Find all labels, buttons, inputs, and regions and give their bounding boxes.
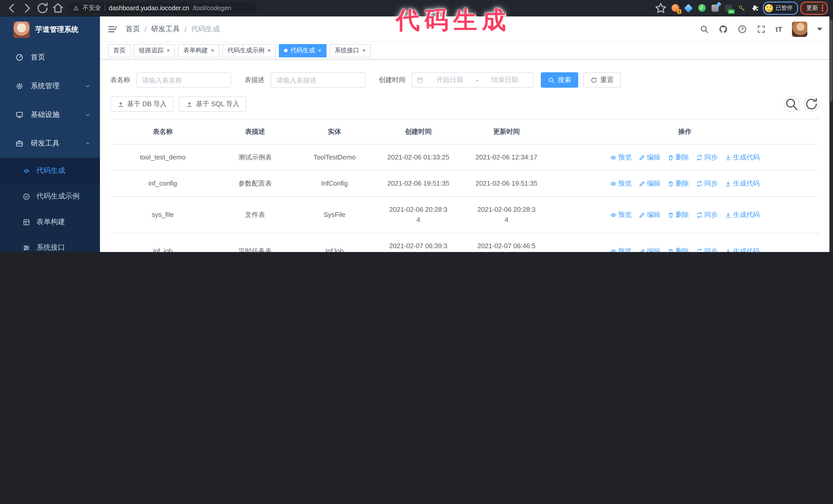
reload-icon[interactable]: [36, 1, 49, 15]
extension-orange-icon[interactable]: 1: [669, 2, 681, 14]
font-size-icon[interactable]: tT: [776, 25, 782, 33]
action-generate-link[interactable]: 生成代码: [725, 210, 760, 220]
action-delete-link[interactable]: 删除: [667, 152, 689, 163]
tab-view[interactable]: 表单构建×: [178, 44, 219, 57]
action-generate-link[interactable]: 生成代码: [725, 152, 760, 163]
sliders-icon: [23, 244, 30, 251]
browser-menu-icon[interactable]: [822, 5, 823, 11]
action-preview-link[interactable]: 预览: [610, 152, 632, 163]
sidebar-item-monitor[interactable]: 基础设施: [0, 100, 100, 129]
tab-close-icon[interactable]: ×: [167, 48, 170, 53]
upload-icon: [186, 101, 193, 107]
action-edit-link[interactable]: 编辑: [639, 178, 660, 189]
back-icon[interactable]: [5, 1, 19, 15]
action-sync-link[interactable]: 同步: [696, 246, 718, 252]
breadcrumb-item[interactable]: 首页: [125, 24, 140, 33]
date-range-picker[interactable]: 开始日期 - 结束日期: [412, 72, 533, 88]
tab-view[interactable]: 代码生成示例×: [222, 44, 276, 57]
sidebar-item-toolbox[interactable]: 研发工具: [0, 129, 100, 158]
submenu-item-label: 系统接口: [37, 243, 65, 252]
import-db-button[interactable]: 基于 DB 导入: [110, 96, 174, 112]
submenu-item-form[interactable]: 表单构建: [0, 209, 100, 235]
fullscreen-icon[interactable]: [757, 24, 766, 33]
search-button[interactable]: 搜索: [541, 72, 578, 88]
action-sync-link[interactable]: 同步: [696, 178, 718, 189]
submenu-item-code[interactable]: 代码生成: [0, 158, 100, 184]
action-preview-link[interactable]: 预览: [610, 210, 632, 220]
bookmark-star-icon[interactable]: [654, 1, 667, 15]
cell-table-desc: 测试示例表: [215, 145, 295, 170]
address-bar[interactable]: 不安全 dashboard.yudao.iocoder.cn/tool/code…: [67, 2, 257, 14]
home-icon[interactable]: [51, 1, 65, 15]
key-icon: [738, 4, 745, 11]
action-preview-link[interactable]: 预览: [610, 246, 632, 252]
top-navbar: 首页/研发工具/代码生成 ? tT: [100, 17, 829, 42]
tab-view[interactable]: 链路追踪×: [134, 44, 175, 57]
action-sync-link[interactable]: 同步: [696, 152, 718, 163]
sidebar-item-dashboard[interactable]: 首页: [0, 43, 100, 72]
extension-key-icon[interactable]: [736, 2, 747, 14]
forward-icon[interactable]: [21, 1, 34, 15]
tab-view[interactable]: 系统接口×: [330, 44, 371, 57]
monitor-icon: [15, 111, 24, 119]
extension-green-check-icon[interactable]: ✓: [696, 2, 708, 14]
browser-update-button[interactable]: 更新: [800, 1, 828, 15]
action-generate-link[interactable]: 生成代码: [725, 246, 760, 252]
action-edit-link[interactable]: 编辑: [639, 210, 660, 220]
extension-gray-icon[interactable]: [710, 2, 721, 14]
tab-label: 代码生成: [290, 46, 315, 55]
search-icon[interactable]: [700, 24, 709, 33]
cell-updated-time: 2021-02-07 06:46:5 6: [462, 233, 551, 252]
edit-icon: [639, 248, 645, 252]
extension-gem-icon[interactable]: [683, 2, 694, 14]
tab-close-icon[interactable]: ×: [318, 48, 322, 53]
import-sql-button[interactable]: 基于 SQL 导入: [179, 96, 247, 112]
action-delete-link[interactable]: 删除: [667, 246, 689, 252]
trash-icon: [667, 212, 674, 218]
submenu-item-sliders[interactable]: 系统接口: [0, 235, 100, 252]
action-sync-link[interactable]: 同步: [696, 210, 718, 220]
show-search-button[interactable]: [784, 96, 799, 112]
browser-profile-chip[interactable]: 已暂停: [763, 1, 798, 15]
reset-button[interactable]: 重置: [584, 72, 621, 88]
end-date-placeholder: 结束日期: [480, 75, 529, 85]
chevron-down-icon: [85, 83, 91, 89]
download-icon: [725, 180, 732, 187]
tab-close-icon[interactable]: ×: [268, 48, 271, 53]
help-icon[interactable]: ?: [738, 24, 747, 33]
avatar-caret-icon[interactable]: [817, 27, 822, 30]
refresh-table-button[interactable]: [804, 96, 819, 112]
chevron-up-icon: [85, 141, 91, 147]
cell-actions: 预览编辑删除同步生成代码: [551, 171, 819, 196]
action-edit-link[interactable]: 编辑: [639, 152, 660, 163]
action-delete-link[interactable]: 删除: [667, 178, 689, 189]
user-avatar[interactable]: [792, 21, 807, 37]
hamburger-icon[interactable]: [107, 24, 117, 34]
extensions-puzzle-icon[interactable]: [749, 2, 761, 14]
submenu-item-example[interactable]: 代码生成示例: [0, 184, 100, 209]
table-desc-input[interactable]: [271, 72, 365, 88]
action-preview-link[interactable]: 预览: [610, 178, 632, 189]
active-dot-icon: [284, 49, 288, 52]
calendar-icon: [416, 76, 423, 83]
action-delete-link[interactable]: 删除: [667, 210, 689, 220]
github-icon[interactable]: [719, 24, 728, 33]
breadcrumb-item[interactable]: 研发工具: [151, 24, 180, 33]
table-name-input[interactable]: [136, 72, 231, 88]
tab-view[interactable]: 首页: [108, 44, 131, 57]
tab-close-icon[interactable]: ×: [362, 48, 366, 53]
tab-close-icon[interactable]: ×: [211, 48, 214, 53]
sidebar-item-gear[interactable]: 系统管理: [0, 72, 100, 100]
browser-scrollbar[interactable]: [829, 17, 833, 252]
action-generate-link[interactable]: 生成代码: [725, 178, 760, 189]
scrollbar-thumb[interactable]: [830, 20, 832, 101]
cell-table-name: sys_file: [110, 202, 215, 227]
app-logo[interactable]: 芋道管理系统: [0, 17, 100, 43]
action-edit-link[interactable]: 编辑: [639, 246, 660, 252]
edit-icon: [639, 180, 645, 187]
extension-dark-on-icon[interactable]: on: [723, 2, 734, 14]
tab-view[interactable]: 代码生成×: [279, 44, 327, 57]
toolbox-icon: [15, 140, 24, 148]
table-name-label: 表名称: [110, 75, 130, 85]
forward-icon: [21, 1, 34, 15]
